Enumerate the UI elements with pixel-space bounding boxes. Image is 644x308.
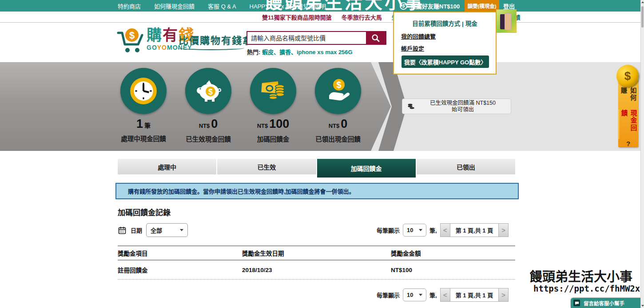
tab-confirmed[interactable]: 已生效 bbox=[217, 159, 316, 174]
cashback-summary-banner: 1筆 處理中現金回饋 $ bbox=[0, 62, 644, 151]
prev-page-button[interactable]: < bbox=[440, 288, 450, 302]
hand-coin-icon: $ bbox=[315, 68, 361, 114]
tab-processing[interactable]: 處理中 bbox=[118, 159, 216, 174]
per-page-value: 10 bbox=[407, 227, 413, 233]
cell-date: 2018/10/23 bbox=[242, 267, 391, 273]
phone-image-2 bbox=[505, 13, 511, 30]
stat-confirmed: $ NT$0 已生效現金回饋 bbox=[179, 68, 237, 143]
tab-withdrawn[interactable]: 已領出 bbox=[417, 159, 515, 174]
logo-sub-1: GO bbox=[147, 44, 157, 51]
chat-bubble-icon bbox=[573, 300, 580, 306]
nav-partner-stores[interactable]: 特約商店 bbox=[118, 2, 141, 10]
per-page-label: 每筆顯示 bbox=[377, 291, 400, 299]
gold-coin-icon: $ bbox=[616, 65, 639, 87]
col-header-date: 獎勵金生效日期 bbox=[242, 249, 391, 257]
table-row: 註冊回饋金 2018/10/23 NT$100 bbox=[118, 261, 515, 280]
nav-how-to-earn[interactable]: 如何賺現金回饋 bbox=[154, 2, 195, 10]
stat-value: NT$0 bbox=[309, 117, 367, 133]
logo-slogan: 比價購物有錢拿 bbox=[179, 32, 253, 47]
menu-item-rewards-overview[interactable]: 我的回饋總覽 bbox=[401, 32, 436, 40]
stat-value: NT$100 bbox=[244, 117, 302, 133]
logo-char-1: 購 bbox=[147, 27, 163, 43]
customer-service-chat-widget[interactable]: 留言給客服小幫手 bbox=[571, 298, 641, 308]
user-account-button[interactable]: 韻雯(積現金) bbox=[465, 0, 499, 12]
scrollbar-thumb[interactable] bbox=[641, 6, 644, 28]
cashback-stats: 1筆 處理中現金回饋 $ bbox=[115, 68, 367, 143]
per-page-suffix: 筆, bbox=[429, 226, 437, 234]
side-banner-line1: 如何賺 bbox=[619, 87, 638, 109]
logo-sub-2: YO bbox=[157, 44, 167, 51]
promo-winter-travel[interactable]: 冬季旅行去大馬 bbox=[342, 13, 382, 21]
svg-text:$: $ bbox=[129, 30, 135, 41]
watermark-url: https://ppt.cc/fhMW2x bbox=[533, 284, 640, 293]
records-section-title: 加碼回饋金記錄 bbox=[118, 206, 171, 217]
chevron-down-icon bbox=[180, 229, 183, 231]
chat-widget-label: 留言給客服小幫手 bbox=[584, 300, 624, 307]
goyomoney-page: 特約商店 如何賺現金回饋 客服 Q & A HAPPY GO x 購有錢兌換說明… bbox=[0, 0, 644, 308]
table-header-row: 獎勵金項目 獎勵金生效日期 獎勵金金額 bbox=[118, 245, 515, 261]
stat-withdrawn: $ NT$0 已領出現金回饋 bbox=[309, 68, 367, 143]
stat-processing: 1筆 處理中現金回饋 bbox=[115, 68, 172, 143]
next-page-button[interactable]: > bbox=[498, 288, 509, 302]
pagination-top: 每筆顯示 10 筆, < 第 1 頁,共 1 頁 > bbox=[377, 223, 509, 237]
pagination-bottom: 每筆顯示 10 筆, < 第 1 頁,共 1 頁 > bbox=[377, 288, 509, 302]
stat-value: NT$0 bbox=[179, 117, 237, 133]
app-ad-thumbnail[interactable] bbox=[496, 9, 517, 33]
logo-char-2: 有 bbox=[163, 27, 179, 43]
cart-dollar-logo-icon: $ bbox=[116, 27, 145, 54]
col-header-amount: 獎勵金金額 bbox=[391, 249, 515, 257]
coins-stack-icon bbox=[407, 102, 416, 111]
how-to-earn-side-banner[interactable]: 如何賺 現金回饋 ? $ bbox=[616, 65, 640, 87]
svg-text:$: $ bbox=[208, 87, 213, 96]
nav-customer-service[interactable]: 客服 Q & A bbox=[208, 2, 236, 10]
per-page-select[interactable]: 10 bbox=[403, 288, 426, 301]
side-banner-question: ? bbox=[626, 140, 630, 147]
scroll-up-arrow-icon[interactable] bbox=[641, 1, 644, 3]
top-nav-bar: 特約商店 如何賺現金回饋 客服 Q & A HAPPY GO x 購有錢兌換說明… bbox=[0, 0, 644, 12]
coin-icon: $ bbox=[400, 2, 407, 10]
stat-label: 已領出現金回饋 bbox=[309, 134, 367, 143]
next-page-button[interactable]: > bbox=[498, 223, 509, 237]
search-button[interactable] bbox=[366, 32, 386, 44]
chevron-down-icon bbox=[419, 294, 422, 296]
search-box bbox=[246, 31, 386, 45]
side-banner-strip: 如何賺 現金回饋 ? bbox=[618, 80, 638, 147]
chevron-down-icon bbox=[419, 229, 422, 231]
switch-to-happygo-button[interactable]: 我要〈改累積HAPPY GO點數〉 bbox=[402, 55, 489, 68]
top-nav-links: 特約商店 如何賺現金回饋 客服 Q & A HAPPY GO x 購有錢兌換說明 bbox=[118, 0, 326, 12]
menu-item-account-settings[interactable]: 帳戶設定 bbox=[401, 44, 424, 52]
stat-label: 加碼回饋金 bbox=[244, 134, 302, 143]
date-filter-label: 日期 bbox=[131, 226, 142, 234]
page-info: 第 1 頁,共 1 頁 bbox=[450, 223, 499, 237]
page-scrollbar[interactable] bbox=[640, 0, 644, 308]
per-page-label: 每筆顯示 bbox=[377, 226, 400, 234]
scroll-down-arrow-icon[interactable] bbox=[641, 305, 644, 307]
date-select-value: 全部 bbox=[151, 226, 162, 234]
page-nav-group: < 第 1 頁,共 1 頁 > bbox=[440, 223, 509, 237]
slogan-underline bbox=[178, 46, 244, 50]
per-page-select[interactable]: 10 bbox=[403, 224, 426, 237]
stat-label: 已生效現金回饋 bbox=[179, 134, 237, 143]
referral-link[interactable]: $ 推薦好友賺NT$100 bbox=[400, 0, 460, 12]
stat-value: 1筆 bbox=[115, 117, 172, 132]
page-info: 第 1 頁,共 1 頁 bbox=[450, 288, 499, 302]
promo-double11[interactable]: 雙11獨家下殺商品限時開搶 bbox=[262, 13, 332, 21]
side-banner-line2: 現金回饋 bbox=[619, 110, 638, 139]
date-range-select[interactable]: 全部 bbox=[146, 223, 188, 237]
nav-happygo-exchange[interactable]: HAPPY GO x 購有錢兌換說明 bbox=[250, 2, 326, 10]
page-nav-group: < 第 1 頁,共 1 頁 > bbox=[440, 288, 509, 302]
hot-links[interactable]: 蝦皮、擴香、iphone xs max 256G bbox=[262, 49, 353, 55]
referral-label: 推薦好友賺NT$100 bbox=[410, 2, 460, 10]
cashback-mode-header: 目前累積回饋方式 | 現金 bbox=[394, 19, 496, 28]
cell-amount: NT$100 bbox=[391, 267, 515, 273]
stat-bonus: NT$100 加碼回饋金 bbox=[244, 68, 302, 143]
tab-bonus-active[interactable]: 加碼回饋金 bbox=[317, 159, 416, 178]
per-page-value: 10 bbox=[407, 292, 413, 298]
search-icon bbox=[371, 33, 381, 43]
bonus-records-table: 獎勵金項目 獎勵金生效日期 獎勵金金額 註冊回饋金 2018/10/23 NT$… bbox=[118, 245, 515, 280]
search-input[interactable] bbox=[247, 32, 366, 44]
calendar-icon bbox=[118, 226, 127, 235]
hot-search-line: 熱門: 蝦皮、擴香、iphone xs max 256G bbox=[247, 47, 353, 56]
prev-page-button[interactable]: < bbox=[440, 223, 450, 237]
clock-icon bbox=[120, 68, 167, 114]
